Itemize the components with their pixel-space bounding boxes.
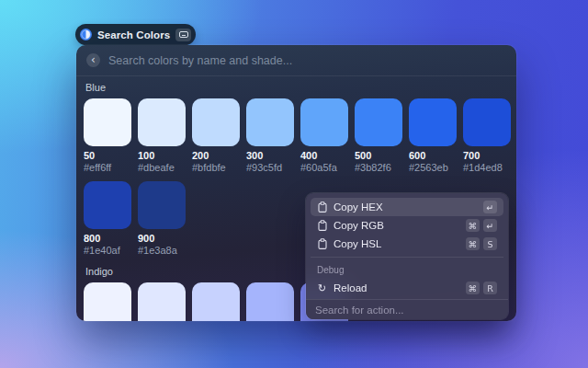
shade-label: 600 bbox=[409, 150, 457, 161]
clipboard-icon bbox=[317, 220, 327, 231]
hex-label: #1e3a8a bbox=[138, 245, 186, 256]
extension-icon bbox=[80, 29, 92, 40]
color-swatch-cell[interactable]: 600#2563eb bbox=[409, 98, 457, 173]
copy-actions-group: Copy HEX↵Copy RGB⌘↵Copy HSL⌘S bbox=[311, 198, 503, 253]
action-search-bar bbox=[306, 299, 508, 319]
launcher-pill[interactable]: Search Colors bbox=[75, 24, 196, 45]
reload-icon: ↻ bbox=[317, 283, 327, 293]
section-title: Blue bbox=[85, 83, 510, 93]
color-swatch[interactable] bbox=[300, 98, 348, 146]
shade-label: 200 bbox=[192, 150, 240, 161]
menu-item-copy-rgb[interactable]: Copy RGB⌘↵ bbox=[311, 216, 503, 235]
action-menu: Copy HEX↵Copy RGB⌘↵Copy HSL⌘S Debug ↻Rel… bbox=[306, 193, 508, 319]
menu-item-copy-hsl[interactable]: Copy HSL⌘S bbox=[311, 235, 503, 253]
clipboard-icon bbox=[317, 201, 327, 213]
key-badge: ⌘ bbox=[466, 282, 481, 294]
color-swatch-cell[interactable]: 400#60a5fa bbox=[300, 98, 348, 173]
key-badge: S bbox=[483, 237, 497, 250]
back-button[interactable]: ‹ bbox=[86, 53, 100, 67]
color-swatch[interactable] bbox=[192, 98, 240, 146]
color-swatch[interactable] bbox=[355, 98, 402, 146]
hex-label: #eff6ff bbox=[84, 162, 131, 173]
shade-label: 900 bbox=[138, 233, 186, 244]
key-badge: ⌘ bbox=[466, 219, 481, 232]
clipboard-icon bbox=[317, 238, 327, 249]
shortcut-keys: ⌘↵ bbox=[466, 219, 498, 232]
chevron-left-icon: ‹ bbox=[91, 54, 96, 65]
color-swatch-cell[interactable]: 800#1e40af bbox=[84, 181, 131, 256]
menu-divider bbox=[311, 257, 503, 258]
action-search-input[interactable] bbox=[315, 305, 499, 316]
color-swatch-cell[interactable]: 500#3b82f6 bbox=[355, 98, 402, 173]
color-swatch[interactable] bbox=[138, 98, 186, 146]
menu-section-label: Debug bbox=[317, 265, 497, 275]
shade-label: 500 bbox=[355, 150, 402, 161]
hex-label: #1e40af bbox=[84, 245, 131, 256]
key-badge: ↵ bbox=[483, 201, 497, 213]
color-swatch[interactable] bbox=[84, 98, 131, 146]
color-swatch[interactable] bbox=[246, 98, 294, 146]
color-swatch-cell[interactable]: 700#1d4ed8 bbox=[463, 98, 511, 173]
key-badge: ⌘ bbox=[466, 237, 481, 250]
menu-item-label: Copy RGB bbox=[334, 220, 384, 231]
color-swatch[interactable] bbox=[409, 98, 457, 146]
launcher-pill-label: Search Colors bbox=[97, 29, 170, 40]
search-input[interactable] bbox=[108, 54, 506, 67]
shade-label: 50 bbox=[84, 150, 131, 161]
shade-label: 300 bbox=[246, 150, 294, 161]
menu-item-label: Reload bbox=[334, 282, 367, 293]
hex-label: #bfdbfe bbox=[192, 162, 240, 173]
color-swatch-cell[interactable] bbox=[84, 282, 131, 321]
color-swatch-cell[interactable]: 50#eff6ff bbox=[84, 98, 131, 173]
menu-item-reload[interactable]: ↻Reload⌘R bbox=[311, 279, 503, 297]
color-swatch-cell[interactable] bbox=[246, 282, 294, 321]
color-swatch-cell[interactable] bbox=[192, 282, 240, 321]
hex-label: #60a5fa bbox=[300, 162, 348, 173]
color-swatch-cell[interactable]: 200#bfdbfe bbox=[192, 98, 240, 173]
color-swatch-cell[interactable]: 900#1e3a8a bbox=[138, 181, 186, 256]
menu-item-copy-hex[interactable]: Copy HEX↵ bbox=[311, 198, 503, 216]
keyboard-badge bbox=[175, 29, 191, 41]
shortcut-keys: ⌘S bbox=[466, 237, 498, 250]
key-badge: ↵ bbox=[483, 219, 497, 232]
hex-label: #93c5fd bbox=[246, 162, 294, 173]
action-menu-list: Copy HEX↵Copy RGB⌘↵Copy HSL⌘S Debug ↻Rel… bbox=[306, 193, 508, 302]
shade-label: 800 bbox=[84, 233, 131, 244]
shortcut-keys: ↵ bbox=[483, 201, 497, 213]
hex-label: #1d4ed8 bbox=[463, 162, 511, 173]
color-swatch[interactable] bbox=[84, 282, 131, 321]
color-swatch[interactable] bbox=[463, 98, 511, 146]
color-swatch-cell[interactable]: 300#93c5fd bbox=[246, 98, 294, 173]
search-bar: ‹ bbox=[76, 45, 516, 76]
key-badge: R bbox=[483, 282, 497, 294]
shortcut-keys: ⌘R bbox=[466, 282, 498, 294]
color-swatch[interactable] bbox=[138, 282, 186, 321]
shade-label: 100 bbox=[138, 150, 186, 161]
color-swatch-cell[interactable] bbox=[138, 282, 186, 321]
color-swatch[interactable] bbox=[192, 282, 240, 321]
hex-label: #2563eb bbox=[409, 162, 457, 173]
color-swatch[interactable] bbox=[246, 282, 294, 321]
debug-actions-group: ↻Reload⌘R bbox=[311, 279, 503, 297]
color-swatch[interactable] bbox=[84, 181, 131, 229]
color-swatch-cell[interactable]: 100#dbeafe bbox=[138, 98, 186, 173]
desktop-background: { "colors": { "bg_top_left": "#63ddf6", … bbox=[0, 0, 588, 368]
menu-item-label: Copy HEX bbox=[334, 201, 383, 213]
hex-label: #dbeafe bbox=[138, 162, 186, 173]
shade-label: 400 bbox=[300, 150, 348, 161]
shade-label: 700 bbox=[463, 150, 511, 161]
color-swatch[interactable] bbox=[138, 181, 186, 229]
hex-label: #3b82f6 bbox=[355, 162, 402, 173]
menu-item-label: Copy HSL bbox=[334, 238, 381, 249]
keyboard-icon bbox=[179, 31, 188, 38]
